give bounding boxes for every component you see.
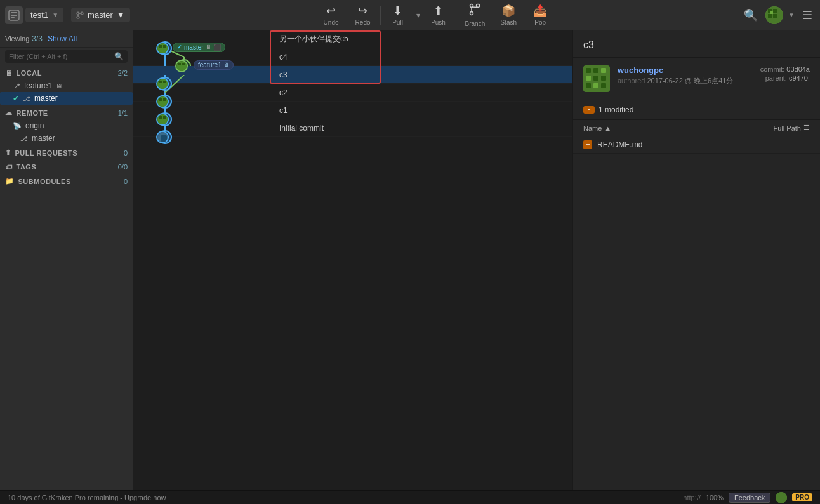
- detail-title: c3: [583, 39, 810, 51]
- toolbar-center: ↩ Undo ↪ Redo ⬇ Pull ▾ ⬆ Push: [130, 1, 741, 30]
- local-section-header[interactable]: 🖥 LOCAL 2/2: [0, 65, 133, 79]
- commit-node-c5: [156, 42, 169, 55]
- list-icon: ☰: [803, 124, 810, 132]
- sidebar-item-remote-master[interactable]: ⎇ master: [0, 132, 133, 145]
- master-label: master: [34, 94, 58, 103]
- pull-requests-text: PULL REQUESTS: [15, 149, 78, 157]
- feature1-label: feature1: [24, 81, 52, 90]
- submodules-label: 📁 SUBMODULES: [5, 177, 71, 185]
- svg-rect-70: [776, 492, 787, 503]
- stash-label: Stash: [500, 19, 517, 26]
- branch-button[interactable]: Branch: [458, 1, 493, 30]
- stash-button[interactable]: 📦 Stash: [493, 1, 524, 29]
- repo-name-label: test1: [30, 10, 48, 20]
- svg-rect-22: [157, 43, 169, 55]
- path-col-label: Full Path: [774, 124, 801, 132]
- main-area: Viewing 3/3 Show All 🔍 🖥 LOCAL 2/2 ⎇ fea…: [0, 30, 820, 490]
- status-bar: 10 days of GitKraken Pro remaining - Upg…: [0, 490, 820, 504]
- pull-button[interactable]: ⬇ Pull: [382, 1, 414, 29]
- svg-rect-17: [770, 11, 773, 14]
- show-all-button[interactable]: Show All: [48, 34, 77, 43]
- toolbar-left: test1 ▼ master ▼: [5, 6, 130, 24]
- redo-button[interactable]: ↪ Redo: [347, 1, 379, 29]
- avatar-chevron-icon[interactable]: ▼: [788, 11, 795, 18]
- repo-selector[interactable]: test1 ▼: [25, 8, 63, 22]
- sidebar-item-master[interactable]: ✔ ⎇ master: [0, 92, 133, 105]
- sidebar-item-feature1[interactable]: ⎇ feature1 🖥: [0, 79, 133, 92]
- pop-button[interactable]: 📤 Pop: [524, 1, 556, 29]
- hamburger-menu-icon[interactable]: ☰: [800, 6, 815, 25]
- name-col-label: Name: [583, 124, 602, 132]
- modified-badge: [583, 106, 595, 114]
- commit-message-c4: c4: [273, 53, 572, 62]
- detail-info: wuchongpc authored 2017-06-22 @ 晚上6点41分: [618, 65, 753, 86]
- sidebar-viewing-bar: Viewing 3/3 Show All: [0, 30, 133, 48]
- pull-label: Pull: [392, 19, 403, 26]
- toolbar: test1 ▼ master ▼ ↩ Undo ↪ Redo ⬇ Pu: [0, 0, 820, 30]
- feature1-monitor-icon: 🖥: [223, 62, 229, 68]
- svg-rect-14: [773, 9, 777, 13]
- detail-commit-hash: commit: 03d04a: [760, 65, 810, 73]
- commit-node-c4: [175, 60, 188, 72]
- tags-section-header[interactable]: 🏷 TAGS 0/0: [0, 159, 133, 173]
- search-icon[interactable]: 🔍: [741, 6, 760, 25]
- svg-rect-36: [157, 79, 169, 90]
- toolbar-divider-1: [380, 6, 381, 25]
- branch-tags-c4: feature1🖥: [194, 60, 236, 70]
- svg-rect-16: [773, 14, 777, 18]
- pull-requests-section-header[interactable]: ⬆ PULL REQUESTS 0: [0, 145, 133, 159]
- branch-selector-icon: [76, 11, 84, 19]
- file-modified-icon: [583, 140, 592, 149]
- svg-rect-29: [176, 61, 188, 72]
- tags-label: 🏷 TAGS: [5, 163, 36, 171]
- graph-area: ✔master🖥⬛ 另一个小伙伴提交c5: [133, 30, 572, 490]
- svg-rect-63: [586, 83, 591, 88]
- detail-authored-date: authored 2017-06-22 @ 晚上6点41分: [618, 76, 753, 86]
- avatar[interactable]: [765, 6, 783, 24]
- detail-panel: c3 wuchongpc a: [572, 30, 820, 490]
- modified-text: 1 modified: [598, 105, 633, 114]
- master-tag: ✔master🖥⬛: [173, 43, 225, 52]
- branch-icon: [468, 3, 481, 19]
- push-icon: ⬆: [433, 4, 443, 18]
- redo-icon: ↪: [358, 4, 367, 18]
- sidebar: Viewing 3/3 Show All 🔍 🖥 LOCAL 2/2 ⎇ fea…: [0, 30, 133, 490]
- viewing-count: 3/3: [32, 34, 43, 43]
- path-col-header[interactable]: Full Path ☰: [774, 124, 810, 132]
- commit-row-initial[interactable]: Initial commit: [133, 119, 572, 137]
- pull-icon: ⬇: [393, 4, 402, 18]
- branch-selector[interactable]: master ▼: [71, 8, 130, 22]
- commit-node-initial: [156, 131, 169, 143]
- pull-dropdown[interactable]: ▾: [414, 8, 423, 22]
- local-label: LOCAL: [17, 69, 42, 77]
- pop-icon: 📤: [533, 4, 547, 18]
- app-icon[interactable]: [5, 6, 23, 24]
- svg-rect-30: [178, 63, 181, 65]
- toolbar-divider-2: [456, 6, 456, 25]
- undo-button[interactable]: ↩ Undo: [315, 1, 347, 29]
- commit-node-c3: [156, 77, 169, 90]
- file-row-readme[interactable]: README.md: [573, 136, 820, 154]
- name-col-header[interactable]: Name ▲: [583, 124, 611, 132]
- toolbar-right: 🔍 ▼ ☰: [741, 6, 815, 25]
- svg-rect-60: [586, 76, 591, 81]
- undo-label: Undo: [324, 19, 339, 26]
- sidebar-item-origin[interactable]: 📡 origin: [0, 119, 133, 132]
- tag-icon: 🏷: [5, 163, 13, 171]
- status-url: http://: [683, 494, 701, 501]
- commit-row-c5[interactable]: ✔master🖥⬛ 另一个小伙伴提交c5: [133, 30, 572, 48]
- submodules-section-header[interactable]: 📁 SUBMODULES 0: [0, 173, 133, 188]
- commit-row-c2[interactable]: c2: [133, 84, 572, 102]
- submodules-count: 0: [124, 178, 128, 185]
- feedback-button[interactable]: Feedback: [729, 493, 770, 503]
- svg-rect-24: [163, 45, 166, 48]
- svg-rect-62: [601, 76, 606, 81]
- svg-rect-42: [157, 96, 169, 108]
- branch-item-icon: ⎇: [13, 83, 20, 90]
- commit-row-c1[interactable]: c1: [133, 102, 572, 119]
- filter-input[interactable]: [9, 53, 114, 60]
- stash-icon: 📦: [501, 4, 515, 18]
- remote-section-header[interactable]: ☁ REMOTE 1/1: [0, 105, 133, 119]
- push-button[interactable]: ⬆ Push: [423, 1, 454, 29]
- origin-icon: 📡: [13, 122, 22, 130]
